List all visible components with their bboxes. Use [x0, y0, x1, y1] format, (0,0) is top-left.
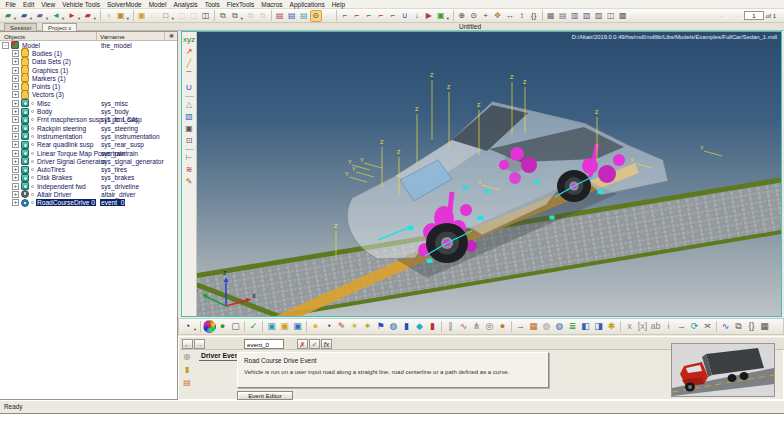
menu-applications[interactable]: Applications — [286, 0, 328, 9]
add-clip-icon[interactable]: ∥ — [444, 320, 457, 333]
save-model-dropdown-icon[interactable]: ▼ — [29, 16, 33, 21]
page-number-input[interactable] — [744, 11, 764, 20]
save-session-dropdown-icon[interactable]: ▼ — [45, 16, 49, 21]
expr-abc-icon[interactable]: ab — [649, 320, 662, 333]
tree-row-sys_frnt_susp[interactable]: +Frnt macpherson susp (1 pc. LCA)sys_frn… — [0, 116, 177, 124]
select-cursor-icon[interactable]: ▢ — [229, 320, 242, 333]
fit-horizontal-icon[interactable]: ↔ — [504, 10, 516, 22]
add-solid-icon[interactable]: ▮ — [426, 320, 439, 333]
pen-tool-icon[interactable]: ✎ — [183, 176, 196, 188]
image-capture-dropdown-icon[interactable]: ▼ — [446, 16, 450, 21]
view-iso-icon[interactable]: ▣ — [265, 320, 278, 333]
paste-dropdown-icon[interactable]: ▼ — [240, 16, 244, 21]
pan-hand-icon[interactable]: ✥ — [492, 10, 504, 22]
fit-braces-icon[interactable]: {} — [528, 10, 540, 22]
plot-axes-4-icon[interactable]: ⌐ — [375, 10, 387, 22]
prism-tool-icon[interactable]: △ — [183, 99, 196, 111]
menu-view[interactable]: View — [38, 0, 59, 9]
tree-expand-icon[interactable]: + — [12, 50, 19, 57]
apply-check-icon[interactable]: ✓ — [247, 320, 260, 333]
search-doc-tool-icon[interactable]: ⊡ — [183, 135, 196, 147]
add-sphere-icon[interactable]: ● — [496, 320, 509, 333]
tree-expand-icon[interactable]: + — [12, 67, 19, 74]
tile-window-2-icon[interactable]: ▤ — [557, 10, 569, 22]
tree-row-sys_misc[interactable]: +Miscsys_misc — [0, 99, 177, 107]
event-editor-button[interactable]: Event Editor — [237, 391, 293, 400]
capture-settings-dropdown-icon[interactable]: ▼ — [126, 16, 130, 21]
mass-gray-icon[interactable]: ◍ — [540, 320, 553, 333]
plane-right-icon[interactable]: ◨ — [592, 320, 605, 333]
next-event-button[interactable]: → — [194, 339, 205, 349]
fx-expression-button[interactable]: fx — [321, 339, 332, 349]
add-joint-icon[interactable]: ✶ — [361, 320, 374, 333]
tree-expand-icon[interactable]: + — [12, 116, 19, 123]
add-vector-icon[interactable]: ✎ — [335, 320, 348, 333]
tile-window-5-icon[interactable]: ▨ — [593, 10, 605, 22]
tree-expand-icon[interactable]: + — [12, 58, 19, 65]
tree-row-sys_driveline[interactable]: +Independent fwdsys_driveline — [0, 182, 177, 190]
viewport-3d-scene[interactable]: ZZZZZZZZZZYYYYYYY Z X Y — [182, 32, 781, 316]
add-coupler-icon[interactable]: ⋔ — [470, 320, 483, 333]
flip-u-icon[interactable]: ∪ — [399, 10, 411, 22]
tree-row-sys_brakes[interactable]: +Disk Brakessys_brakes — [0, 174, 177, 182]
page-prev-icon[interactable]: ← — [716, 10, 728, 22]
fit-vertical-icon[interactable]: ↕ — [516, 10, 528, 22]
tree-row-sys_rear_susp[interactable]: +Rear quadlink suspsys_rear_susp — [0, 141, 177, 149]
tree-row-sys_body[interactable]: +Bodysys_body — [0, 107, 177, 115]
user-icon[interactable]: ● — [103, 10, 115, 22]
burst-icon[interactable]: ✱ — [605, 320, 618, 333]
tree-expand-icon[interactable]: + — [12, 199, 19, 206]
u-turn-tool-icon[interactable]: U — [183, 82, 196, 94]
tree-expand-icon[interactable]: + — [12, 141, 19, 148]
viewport-3d[interactable]: D:/Altair/2019.0.0.49/hw/mdl/mdllib/Libs… — [181, 31, 782, 317]
menu-analysis[interactable]: Analysis — [170, 0, 201, 9]
plot-axes-1-icon[interactable]: ⌐ — [339, 10, 351, 22]
tree-row-sys_instrumentation[interactable]: +Instrumentationsys_instrumentation — [0, 132, 177, 140]
menu-model[interactable]: Model — [145, 0, 170, 9]
tree-row[interactable]: +Vectors (3) — [0, 91, 177, 99]
measure-tool-icon[interactable]: ⊢ — [183, 152, 196, 164]
mass-blue-icon[interactable]: ◍ — [553, 320, 566, 333]
plot-axes-2-icon[interactable]: ⌐ — [351, 10, 363, 22]
menu-flextools[interactable]: FlexTools — [223, 0, 257, 9]
entity-display-dropdown-icon[interactable]: ▼ — [193, 327, 197, 332]
tree-expand-icon[interactable]: + — [12, 91, 19, 98]
export-file-dropdown-icon[interactable]: ▼ — [77, 16, 81, 21]
add-body-icon[interactable]: ◔ — [322, 320, 335, 333]
tile-window-7-icon[interactable]: ▩ — [617, 10, 629, 22]
import-file-dropdown-icon[interactable]: ▼ — [61, 16, 65, 21]
add-flag-icon[interactable]: ⚑ — [374, 320, 387, 333]
zoom-box-icon[interactable]: ⊙ — [468, 10, 480, 22]
menu-edit[interactable]: Edit — [19, 0, 37, 9]
tree-expand-icon[interactable]: + — [12, 166, 19, 173]
tree-row-sys_steering[interactable]: +Rackpin steeringsys_steering — [0, 124, 177, 132]
zoom-in-icon[interactable]: ⊕ — [456, 10, 468, 22]
add-deformable-icon[interactable]: ◍ — [387, 320, 400, 333]
reset-zero-icon[interactable]: → — [514, 320, 527, 333]
braces-icon[interactable]: {} — [745, 320, 758, 333]
expr-xy-icon[interactable]: [x] — [636, 320, 649, 333]
tree-expand-icon[interactable]: + — [12, 100, 19, 107]
expr-x-icon[interactable]: x — [623, 320, 636, 333]
palette-icon[interactable]: ▦ — [527, 320, 540, 333]
paste-alt-icon[interactable]: ⧉ — [257, 10, 269, 22]
menu-help[interactable]: Help — [328, 0, 348, 9]
tree-expand-icon[interactable]: + — [12, 75, 19, 82]
menu-solvermode[interactable]: SolverMode — [104, 0, 146, 9]
tree-row-event_0[interactable]: +RoadCourseDrive 0event_0 — [0, 199, 177, 207]
discard-button[interactable]: ✗ — [297, 339, 308, 349]
line-tool-icon[interactable]: ╱ — [183, 58, 196, 70]
tile-window-1-icon[interactable]: ▦ — [545, 10, 557, 22]
table-grid-icon[interactable]: ▦ — [758, 320, 771, 333]
page-layout-dropdown-icon[interactable]: ▼ — [171, 16, 175, 21]
arc-tool-icon[interactable]: ⌒ — [183, 70, 196, 82]
plane-left-icon[interactable]: ◧ — [579, 320, 592, 333]
menu-vehicle-tools[interactable]: Vehicle Tools — [59, 0, 104, 9]
zoom-mode-icon[interactable]: ⊙ — [310, 10, 322, 22]
copy-pages-icon[interactable]: ⧉ — [732, 320, 745, 333]
apply-button[interactable]: ✓ — [309, 339, 320, 349]
report-open-icon[interactable]: ▤ — [286, 10, 298, 22]
open-model-dropdown-icon[interactable]: ▼ — [13, 16, 17, 21]
new-page-icon[interactable]: ▣ — [136, 10, 148, 22]
tile-window-3-icon[interactable]: ▥ — [569, 10, 581, 22]
